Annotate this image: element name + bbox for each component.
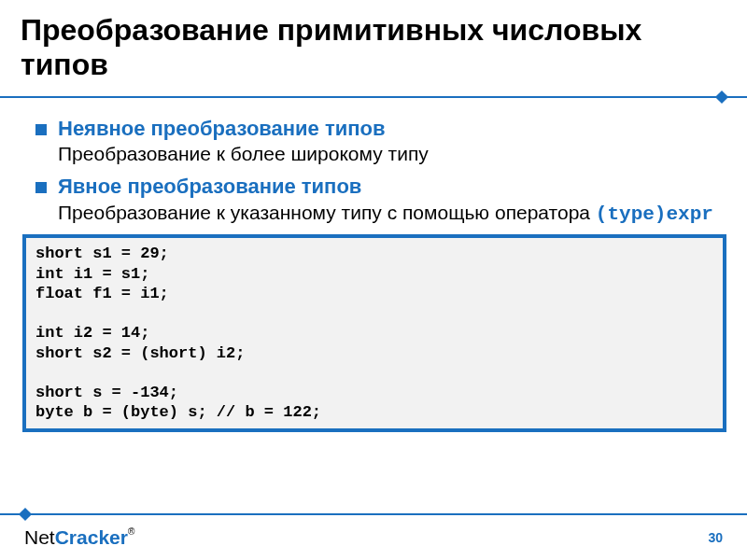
registered-icon: ® xyxy=(128,526,134,537)
divider-line xyxy=(0,96,747,98)
content-area: Неявное преобразование типов Преобразова… xyxy=(21,116,726,432)
list-item: Неявное преобразование типов Преобразова… xyxy=(32,116,717,167)
bullet-heading: Явное преобразование типов xyxy=(58,174,717,201)
footer-diamond-icon xyxy=(19,508,32,521)
footer-line xyxy=(0,513,747,515)
bullet-heading: Неявное преобразование типов xyxy=(58,116,717,143)
page-number: 30 xyxy=(708,530,723,545)
divider-diamond-icon xyxy=(715,91,728,104)
bullet-subtext: Преобразование к более широкому типу xyxy=(58,142,717,166)
title-divider xyxy=(0,95,747,99)
slide: Преобразование примитивных числовых типо… xyxy=(0,0,747,560)
slide-title: Преобразование примитивных числовых типо… xyxy=(21,13,726,82)
bullet-subtext: Преобразование к указанному типу с помощ… xyxy=(58,201,717,227)
logo: NetCracker® xyxy=(24,526,134,549)
bullet-subtext-part: Преобразование к указанному типу с помощ… xyxy=(58,202,596,223)
inline-code: (type)expr xyxy=(596,203,713,225)
footer: NetCracker® 30 xyxy=(0,513,747,541)
logo-cracker: Cracker xyxy=(55,526,128,548)
bullet-list: Неявное преобразование типов Преобразова… xyxy=(32,116,717,228)
list-item: Явное преобразование типов Преобразовани… xyxy=(32,174,717,227)
code-block: short s1 = 29; int i1 = s1; float f1 = i… xyxy=(22,234,726,431)
logo-net: Net xyxy=(24,526,55,548)
